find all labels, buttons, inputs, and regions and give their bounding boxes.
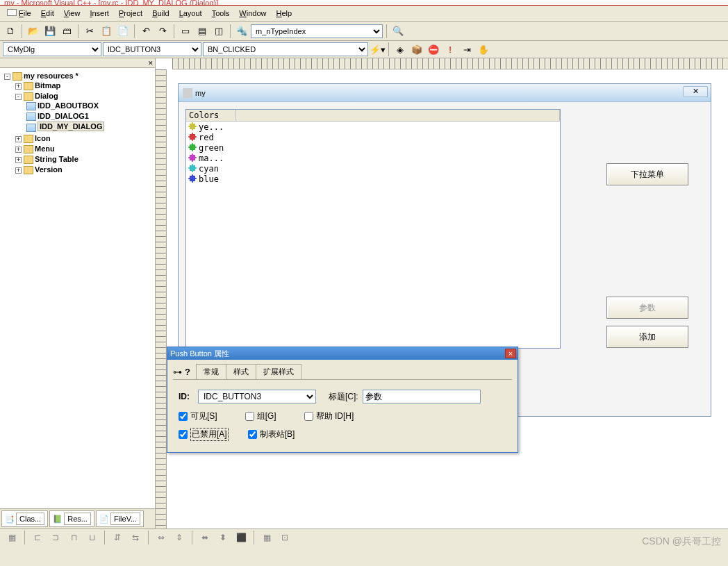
space-down-icon[interactable]: ⇕	[172, 531, 187, 544]
paste-icon[interactable]: 📄	[115, 24, 131, 39]
undo-icon[interactable]: ↶	[138, 24, 154, 39]
expand-icon[interactable]: -	[4, 74, 10, 80]
tree-dialog[interactable]: Dialog	[35, 92, 58, 100]
expand-icon[interactable]: +	[15, 147, 22, 153]
save-all-icon[interactable]: 🗃	[59, 24, 74, 39]
build-icon[interactable]: 📦	[409, 42, 424, 57]
tree-dialog1[interactable]: IDD_DIALOG1	[38, 112, 89, 120]
properties-titlebar[interactable]: Push Button 属性 ×	[167, 347, 518, 360]
help-icon[interactable]: ?	[185, 367, 190, 377]
close-icon[interactable]: ✕	[683, 86, 708, 97]
tab-resourceview[interactable]: 📗Res...	[49, 510, 94, 527]
param-button[interactable]: 参数	[606, 297, 688, 319]
windows-icon[interactable]: ◫	[211, 24, 226, 39]
expand-icon[interactable]: +	[15, 167, 22, 174]
class-combo[interactable]: CMyDlg	[3, 42, 101, 56]
tree-stringtable[interactable]: String Table	[35, 155, 78, 163]
close-icon[interactable]: ×	[505, 349, 516, 358]
properties-dialog[interactable]: Push Button 属性 × ⊶ ? 常规 样式 扩展样式 ID: IDC_…	[167, 347, 518, 453]
tree-version[interactable]: Version	[35, 165, 63, 174]
align-left-icon[interactable]: ⊏	[30, 531, 45, 544]
tab-style[interactable]: 样式	[226, 364, 256, 379]
list-item[interactable]: blue	[188, 174, 559, 184]
find-member-icon[interactable]: 🔩	[234, 24, 249, 39]
tree-root[interactable]: my resources *	[24, 72, 78, 80]
go-icon[interactable]: ⇥	[459, 42, 474, 57]
align-bottom-icon[interactable]: ⊔	[84, 531, 99, 544]
menu-window[interactable]: WindowWindow	[235, 7, 270, 19]
output-icon[interactable]: ▤	[195, 24, 210, 39]
message-combo[interactable]: BN_CLICKED	[203, 42, 368, 56]
wizard-action-icon[interactable]: ⚡▾	[370, 42, 385, 57]
menu-view[interactable]: ViewView	[60, 7, 85, 19]
id-combo[interactable]: IDC_BUTTON3	[103, 42, 201, 56]
tree-aboutbox[interactable]: IDD_ABOUTBOX	[38, 101, 99, 110]
folder-icon	[24, 135, 33, 143]
execute-icon[interactable]: !	[442, 42, 458, 57]
open-icon[interactable]: 📂	[26, 24, 41, 39]
list-item[interactable]: green	[188, 142, 559, 153]
copy-icon[interactable]: 📋	[99, 24, 114, 39]
list-item[interactable]: ye...	[188, 122, 559, 132]
list-item[interactable]: red	[188, 132, 559, 142]
menu-project[interactable]: ProjectProject	[115, 7, 147, 19]
compile-icon[interactable]: ◈	[392, 42, 408, 57]
stop-build-icon[interactable]: ⛔	[426, 42, 441, 57]
same-height-icon[interactable]: ⬍	[215, 531, 231, 544]
align-right-icon[interactable]: ⊐	[48, 531, 63, 544]
dropdown-menu-button[interactable]: 下拉菜单	[606, 163, 688, 185]
test-dialog-icon[interactable]: ▦	[4, 531, 19, 544]
workspace-icon[interactable]: ▭	[178, 24, 193, 39]
helpid-checkbox[interactable]: 帮助 ID[H]	[304, 410, 354, 422]
disabled-checkbox[interactable]: 已禁用[A]	[179, 428, 229, 441]
group-checkbox[interactable]: 组[G]	[245, 410, 276, 422]
space-across-icon[interactable]: ⇔	[154, 531, 169, 544]
resource-tree[interactable]: -my resources * +Bitmap -Dialog IDD_ABOU…	[0, 68, 155, 508]
tab-general[interactable]: 常规	[196, 364, 226, 379]
same-width-icon[interactable]: ⬌	[197, 531, 213, 544]
find-combo[interactable]: m_nTypeIndex	[251, 24, 383, 38]
add-button[interactable]: 添加	[606, 326, 688, 348]
id-combo[interactable]: IDC_BUTTON3	[198, 390, 316, 403]
breakpoint-icon[interactable]: ✋	[476, 42, 491, 57]
caption-input[interactable]	[363, 390, 481, 403]
tree-mydialog[interactable]: IDD_MY_DIALOG	[38, 122, 104, 131]
menu-build[interactable]: BuildBuild	[148, 7, 173, 19]
menu-tools[interactable]: ToolsTools	[208, 7, 234, 19]
tabstop-checkbox[interactable]: 制表站[B]	[248, 428, 295, 441]
tree-menu[interactable]: Menu	[35, 144, 55, 153]
menu-file[interactable]: FFileile	[3, 7, 35, 19]
expand-icon[interactable]: +	[15, 157, 22, 163]
tree-icon[interactable]: Icon	[35, 134, 51, 142]
visible-checkbox[interactable]: 可见[S]	[179, 410, 217, 422]
new-file-icon[interactable]: 🗋	[3, 24, 18, 39]
same-size-icon[interactable]: ⬛	[233, 531, 249, 544]
guides-icon[interactable]: ⊡	[277, 531, 292, 544]
panel-close-icon[interactable]: ✕	[148, 60, 154, 67]
pin-icon[interactable]: ⊶	[173, 367, 182, 377]
save-icon[interactable]: 💾	[42, 24, 58, 39]
expand-icon[interactable]: -	[15, 94, 22, 100]
menu-insert[interactable]: InsertInsert	[85, 7, 113, 19]
column-header[interactable]: Colors	[186, 110, 236, 121]
tab-classview[interactable]: 📑Clas...	[1, 510, 48, 527]
menu-edit[interactable]: EditEdit	[37, 7, 58, 19]
align-top-icon[interactable]: ⊓	[66, 531, 81, 544]
tab-extended-style[interactable]: 扩展样式	[256, 364, 301, 379]
tab-fileview[interactable]: 📄FileV...	[96, 510, 144, 527]
expand-icon[interactable]: +	[15, 136, 22, 142]
center-h-icon[interactable]: ⇆	[128, 531, 143, 544]
list-item[interactable]: cyan	[188, 163, 559, 174]
tree-bitmap[interactable]: Bitmap	[35, 81, 60, 90]
list-item[interactable]: ma...	[188, 153, 559, 163]
grid-icon[interactable]: ▦	[259, 531, 274, 544]
expand-icon[interactable]: +	[15, 83, 22, 90]
find-icon[interactable]: 🔍	[390, 24, 406, 39]
center-v-icon[interactable]: ⇵	[110, 531, 125, 544]
colors-listbox[interactable]: Colors ye...redgreenma...cyanblue	[185, 109, 561, 349]
menu-layout[interactable]: LayoutLayout	[175, 7, 206, 19]
menu-help[interactable]: HelpHelp	[272, 7, 297, 19]
dialog-titlebar[interactable]: my ✕	[179, 84, 711, 102]
redo-icon[interactable]: ↷	[155, 24, 170, 39]
cut-icon[interactable]: ✂	[82, 24, 97, 39]
